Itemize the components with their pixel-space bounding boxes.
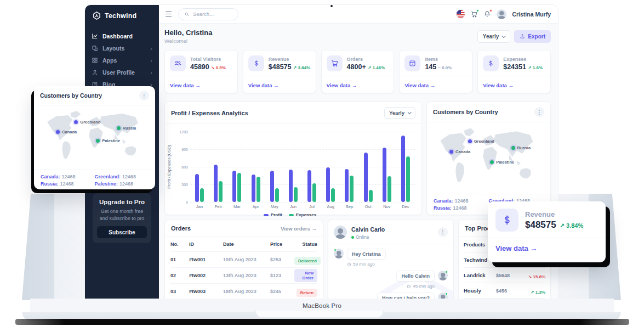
product-name: Landrick <box>464 272 496 278</box>
bar-group-mar <box>227 132 246 202</box>
y-tick-label: 900 <box>176 148 188 151</box>
chart-legend: ProfitExpenses <box>165 212 415 217</box>
chevron-right-icon: › <box>150 70 152 76</box>
stat-delta: ↗ 1.6% <box>528 65 543 70</box>
chevron-down-icon <box>502 34 506 38</box>
country-stat-palestine: Palestine:12468 <box>95 181 149 187</box>
marker-dot <box>449 150 453 154</box>
stat-label: Total Visitors <box>190 57 226 62</box>
view-data-link[interactable]: View data → <box>170 82 201 88</box>
user-avatar[interactable] <box>497 9 506 19</box>
kebab-menu-icon[interactable]: ⋮ <box>534 107 544 117</box>
export-icon <box>520 33 525 39</box>
table-row[interactable]: 02#tw00213th Aug 2023$123New Order <box>170 268 317 284</box>
legend-item-profit: Profit <box>264 212 282 217</box>
subscribe-button[interactable]: Subscribe <box>97 226 147 238</box>
view-data-link[interactable]: View data → <box>327 82 357 88</box>
dashboard-screen: Techwind DashboardLayouts›Apps›User Prof… <box>85 5 558 308</box>
x-tick-label: Sep <box>340 204 358 209</box>
search-box[interactable] <box>178 8 238 20</box>
delta-value: ↘ 15.8% <box>528 274 545 279</box>
notifications-bell-icon[interactable] <box>483 10 491 18</box>
message-bubble: Hey Cristina <box>347 249 386 260</box>
map-marker-greenland[interactable]: Greenland <box>468 139 494 144</box>
bar-group-oct <box>359 132 378 202</box>
country-stat-canada: Canada:12468 <box>41 174 95 179</box>
user-icon <box>92 69 98 76</box>
stat-cards-row: Total Visitors45890↘ 0.5%View data →Reve… <box>164 50 551 93</box>
view-data-link[interactable]: View data → <box>495 244 537 252</box>
y-tick-label: 1200 <box>176 130 188 134</box>
sidebar-item-dashboard[interactable]: Dashboard <box>85 30 159 42</box>
order-status-cell: Delivered <box>294 255 321 265</box>
stat-label: Revenue <box>269 57 310 62</box>
cart-icon <box>327 55 343 71</box>
legend-swatch <box>289 214 294 216</box>
map-marker-russia[interactable]: Russia <box>511 145 531 150</box>
bar-group-jul <box>303 132 321 202</box>
x-tick-label: Apr <box>247 204 265 209</box>
view-data-link[interactable]: View data → <box>404 82 435 88</box>
cart-icon[interactable] <box>470 10 478 18</box>
webcam-dot <box>330 5 333 7</box>
stat-card-top: Total Visitors45890↘ 0.5% <box>165 50 237 76</box>
kebab-menu-icon[interactable]: ⋮ <box>438 227 448 237</box>
view-data-link[interactable]: View data → <box>483 82 514 88</box>
profit-bar <box>252 175 255 202</box>
marker-dot <box>74 120 78 124</box>
country-value: 12468 <box>119 181 133 187</box>
sidebar-item-apps[interactable]: Apps› <box>85 54 159 66</box>
view-data-link[interactable]: View data → <box>248 82 279 88</box>
message-avatar <box>438 271 448 289</box>
country-name: Canada: <box>434 198 453 204</box>
view-orders-link[interactable]: View orders → <box>281 226 317 232</box>
map-marker-russia[interactable]: Russia <box>117 126 136 131</box>
map-marker-canada[interactable]: Canada <box>56 130 77 134</box>
bar-group-feb <box>209 132 227 202</box>
stat-label: Expenses <box>503 57 543 62</box>
user-name[interactable]: Cristina Murfy <box>512 11 551 18</box>
marker-label: Canada <box>455 149 470 154</box>
order-price: $123 <box>270 273 294 278</box>
chat-message-left: Hey Cristina59 min ago <box>334 249 448 267</box>
table-row[interactable]: 03#tw00318th Aug 2023$245Return <box>170 284 317 300</box>
kebab-menu-icon[interactable]: ⋮ <box>139 91 149 100</box>
search-input[interactable] <box>193 11 231 17</box>
stat-card-footer: View data → <box>165 76 237 93</box>
expenses-bar <box>257 177 260 202</box>
stat-delta: ↗ 1.46% <box>368 65 385 70</box>
status-badge: Delivered <box>294 257 321 265</box>
dollar-icon <box>495 209 518 232</box>
brand[interactable]: Techwind <box>85 5 159 26</box>
orders-header-row: No.IDDatePriceStatus <box>170 237 317 252</box>
product-delta: ↘ 15.8% <box>522 271 545 280</box>
stat-card-top: Items145~ 0.0% <box>400 50 472 76</box>
stat-value: 45890↘ 0.5% <box>190 63 226 71</box>
time-text: 59 min ago <box>353 262 375 267</box>
country-stat-canada: Canada:12468 <box>434 198 489 204</box>
stat-card-expenses: Expenses$24351↗ 1.6%View data → <box>477 50 551 93</box>
period-select[interactable]: Yearly <box>477 30 510 43</box>
chart-plot: 03006009001200 <box>190 132 415 202</box>
language-flag-icon[interactable] <box>457 10 465 18</box>
stat-delta: ↘ 0.5% <box>211 65 226 70</box>
table-row[interactable]: 01#tw00110th Aug 2023$253Delivered <box>170 252 317 268</box>
chart-period-select[interactable]: Yearly <box>384 107 415 119</box>
profit-bar <box>383 148 386 202</box>
country-name: Greenland: <box>95 174 121 179</box>
menu-toggle-icon[interactable] <box>164 10 173 19</box>
map-marker-palestine[interactable]: Palestine <box>490 160 514 165</box>
map-marker-palestine[interactable]: Palestine <box>96 138 120 143</box>
export-button[interactable]: Export <box>514 30 551 43</box>
map-marker-canada[interactable]: Canada <box>449 149 470 154</box>
table-row[interactable]: Hously$456↗ 1.3% <box>464 283 545 299</box>
country-name: Russia: <box>434 205 452 211</box>
page-header: Hello, Cristina Welcome! Yearly Export <box>159 24 558 48</box>
sidebar-item-layouts[interactable]: Layouts› <box>85 42 159 54</box>
map-marker-greenland[interactable]: Greenland <box>74 120 100 125</box>
stat-value: 145~ 0.0% <box>425 63 452 71</box>
sidebar-item-user-profile[interactable]: User Profile› <box>85 66 159 78</box>
stat-card-footer: View data → <box>322 76 394 93</box>
message-time: 45 min ago <box>407 284 435 289</box>
table-row[interactable]: Landrick$5648↘ 15.8% <box>464 268 545 283</box>
